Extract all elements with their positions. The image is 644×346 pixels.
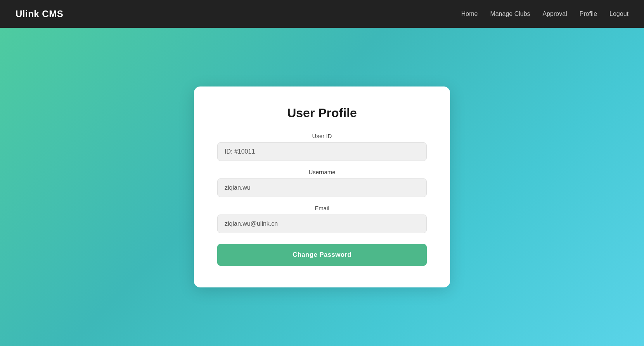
nav-item-profile[interactable]: Profile — [580, 10, 597, 17]
nav-item-home[interactable]: Home — [461, 10, 478, 17]
profile-card: User Profile User ID Username Email Chan… — [194, 86, 450, 287]
username-label: Username — [217, 169, 427, 175]
user-id-group: User ID — [217, 133, 427, 161]
nav-item-logout[interactable]: Logout — [609, 10, 628, 17]
navbar-nav: Home Manage Clubs Approval Profile Logou… — [461, 10, 628, 17]
nav-link-approval[interactable]: Approval — [543, 10, 567, 17]
nav-link-home[interactable]: Home — [461, 10, 478, 17]
nav-link-manage-clubs[interactable]: Manage Clubs — [490, 10, 530, 17]
navbar: Ulink CMS Home Manage Clubs Approval Pro… — [0, 0, 644, 28]
username-input[interactable] — [217, 178, 427, 197]
user-id-label: User ID — [217, 133, 427, 139]
user-id-input[interactable] — [217, 142, 427, 161]
navbar-brand: Ulink CMS — [16, 9, 63, 19]
change-password-button[interactable]: Change Password — [217, 244, 427, 266]
username-group: Username — [217, 169, 427, 197]
email-input[interactable] — [217, 215, 427, 233]
nav-link-profile[interactable]: Profile — [580, 10, 597, 17]
email-label: Email — [217, 205, 427, 211]
nav-item-approval[interactable]: Approval — [543, 10, 567, 17]
email-group: Email — [217, 205, 427, 233]
nav-item-manage-clubs[interactable]: Manage Clubs — [490, 10, 530, 17]
nav-link-logout[interactable]: Logout — [609, 10, 628, 17]
main-content: User Profile User ID Username Email Chan… — [0, 28, 644, 346]
card-title: User Profile — [217, 106, 427, 120]
